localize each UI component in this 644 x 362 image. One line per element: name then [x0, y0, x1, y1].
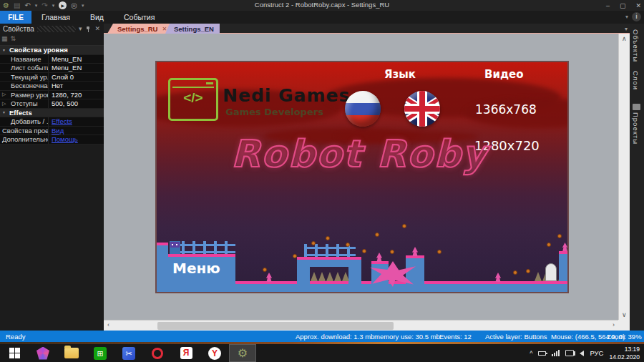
tab-settings-en[interactable]: Settings_EN — [165, 24, 220, 34]
status-memory: memory use: 30.5 mb — [374, 333, 440, 341]
english-flag-button[interactable] — [404, 91, 440, 127]
yandex-browser-icon[interactable]: Y — [200, 344, 229, 362]
properties-panel: Свойства ▾ ✕ ▦⇅ ▼Свойства уровня Названи… — [0, 24, 104, 331]
property-row[interactable]: Добавить / ...Effects — [0, 117, 104, 127]
nedi-games-logo-icon: </> — [168, 78, 218, 121]
tab-close-icon[interactable]: ✕ — [162, 26, 167, 32]
title-bar: ⚙ ▤ ↶ ▾ ↷ ▾ ▶ ◎ ▾ Construct 2 - RobotRob… — [0, 0, 644, 11]
coin — [390, 250, 394, 254]
volume-icon[interactable] — [580, 351, 584, 356]
taskbar: ⊞ ✂ Я Y ⚙ ^ РУС 13:19 14.02.2020 — [0, 344, 644, 362]
status-bar: Ready Approx. download: 1.3 mb memory us… — [0, 331, 644, 342]
tab-label: Settings_RU — [117, 25, 157, 33]
right-sidebar: Объекты Слои Проекты — [630, 24, 644, 331]
construct2-taskbar-button[interactable]: ⚙ — [229, 344, 256, 362]
horizontal-scrollbar[interactable]: ‹ › — [104, 320, 618, 331]
vertical-scrollbar[interactable]: ∧ ∨ — [618, 34, 630, 320]
opera-gx-icon[interactable] — [143, 344, 172, 362]
logo-title: Nedi Games — [223, 85, 350, 106]
property-row[interactable]: ДополнительноПомощь — [0, 135, 104, 145]
network-icon[interactable] — [552, 350, 560, 356]
property-row[interactable]: ▷Отступы500, 500 — [0, 99, 104, 109]
start-button[interactable] — [0, 344, 29, 362]
right-wall — [559, 251, 569, 281]
coin — [375, 233, 379, 237]
yandex-search-icon[interactable]: Я — [172, 344, 200, 362]
restore-button[interactable]: ▢ — [620, 2, 626, 9]
status-download: Approx. download: 1.3 mb — [296, 333, 374, 341]
help-icon[interactable]: i — [632, 12, 641, 21]
tab-events[interactable]: События — [114, 13, 165, 21]
game-scene[interactable]: </> Nedi Games Games Developers Язык Вид… — [155, 61, 569, 293]
paint3d-icon[interactable] — [29, 344, 57, 362]
scroll-down-icon[interactable]: ∨ — [622, 311, 627, 318]
clock[interactable]: 13:19 14.02.2020 — [609, 346, 640, 361]
panel-close-icon[interactable]: ✕ — [94, 25, 100, 32]
tab-view[interactable]: Вид — [80, 13, 114, 21]
logo-subtitle: Games Developers — [225, 107, 323, 117]
status-zoom: Zoom: 39% — [607, 333, 642, 341]
property-group-header[interactable]: ▼Effects — [0, 109, 104, 118]
robot-character — [170, 241, 180, 254]
coin — [547, 243, 551, 247]
property-row[interactable]: Свойства проек...Вид — [0, 127, 104, 136]
properties-header: Свойства ▾ ✕ — [0, 24, 104, 34]
microsoft-store-icon[interactable]: ⊞ — [86, 344, 114, 362]
file-menu-button[interactable]: FILE — [0, 11, 31, 24]
menu-button[interactable]: Меню — [172, 260, 220, 277]
russian-flag-button[interactable] — [345, 91, 381, 127]
status-ready: Ready — [6, 333, 25, 341]
coin — [437, 250, 441, 254]
coin — [326, 236, 330, 240]
bridge-platform — [297, 257, 361, 267]
categorize-icon[interactable]: ▦ — [1, 35, 11, 42]
close-button[interactable]: ✕ — [635, 2, 641, 9]
projects-icon — [633, 104, 640, 110]
coin — [402, 224, 406, 228]
tray-chevron-icon[interactable]: ^ — [530, 350, 532, 357]
scrollbar-corner — [618, 320, 630, 331]
property-row[interactable]: ▷Размер уров...1280, 720 — [0, 91, 104, 100]
help-link[interactable]: Помощь — [52, 135, 78, 143]
coin — [526, 269, 530, 273]
view-link[interactable]: Вид — [52, 127, 64, 134]
pillar — [406, 255, 424, 293]
panel-dropdown-icon[interactable]: ▾ — [79, 25, 82, 32]
coin — [293, 254, 297, 258]
tab-home[interactable]: Главная — [31, 13, 80, 21]
resolution-option-1366[interactable]: 1366x768 — [475, 102, 537, 117]
tab-list-dropdown-icon[interactable]: ▾ — [625, 26, 628, 32]
layout-canvas[interactable]: </> Nedi Games Games Developers Язык Вид… — [104, 34, 618, 320]
scroll-left-icon[interactable]: ‹ — [107, 321, 109, 328]
panel-drag-handle[interactable] — [37, 26, 76, 32]
game-title-neon: Robot Roby — [231, 132, 517, 175]
fence — [171, 241, 235, 254]
property-group-header[interactable]: ▼Свойства уровня — [0, 46, 104, 55]
language-indicator[interactable]: РУС — [590, 349, 603, 357]
tab-settings-ru[interactable]: Settings_RU ✕ — [107, 24, 172, 34]
effects-link[interactable]: Effects — [52, 117, 72, 125]
sidebar-tab-layers[interactable]: Слои — [632, 71, 640, 90]
property-row[interactable]: Лист событийMenu_EN — [0, 64, 104, 73]
scrollbar-thumb[interactable] — [157, 322, 394, 330]
snipping-tool-icon[interactable]: ✂ — [114, 344, 143, 362]
coin — [362, 249, 366, 253]
status-events: Events: 12 — [439, 333, 472, 341]
minimize-button[interactable]: – — [606, 2, 610, 9]
file-explorer-icon[interactable] — [57, 344, 86, 362]
property-row[interactable]: Бесконечна...Нет — [0, 82, 104, 91]
ribbon-dropdown-icon[interactable]: ▾ — [625, 14, 628, 20]
window-title: Construct 2 - RobotRoby.capx - Settings_… — [0, 1, 644, 9]
scroll-right-icon[interactable]: › — [613, 321, 615, 328]
system-tray: ^ РУС 13:19 14.02.2020 — [530, 346, 644, 361]
panel-pin-icon[interactable] — [85, 26, 90, 31]
property-row[interactable]: НазваниеMenu_EN — [0, 55, 104, 64]
sidebar-tab-projects[interactable]: Проекты — [632, 112, 640, 145]
language-label: Язык — [384, 68, 416, 81]
sidebar-tab-objects[interactable]: Объекты — [632, 29, 640, 62]
scroll-up-icon[interactable]: ∧ — [622, 35, 627, 42]
battery-icon[interactable] — [538, 351, 546, 356]
property-row[interactable]: Текущий ур...Слой 0 — [0, 73, 104, 82]
sort-icon[interactable]: ⇅ — [11, 35, 19, 42]
spikes — [311, 272, 349, 281]
